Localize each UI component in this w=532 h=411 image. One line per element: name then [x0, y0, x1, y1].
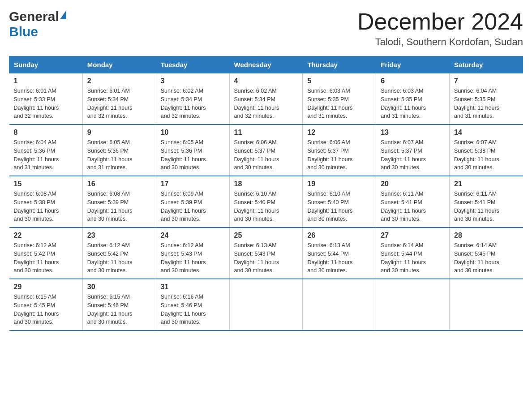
- day-cell: 18 Sunrise: 6:10 AMSunset: 5:40 PMDaylig…: [229, 176, 303, 227]
- logo: General Blue: [9, 9, 66, 39]
- day-cell: 12 Sunrise: 6:06 AMSunset: 5:37 PMDaylig…: [303, 124, 376, 176]
- day-cell: 24 Sunrise: 6:12 AMSunset: 5:43 PMDaylig…: [156, 227, 229, 279]
- day-info: Sunrise: 6:11 AMSunset: 5:41 PMDaylight:…: [381, 191, 426, 222]
- day-info: Sunrise: 6:14 AMSunset: 5:45 PMDaylight:…: [454, 242, 499, 274]
- day-info: Sunrise: 6:13 AMSunset: 5:44 PMDaylight:…: [307, 242, 352, 274]
- day-cell: 15 Sunrise: 6:08 AMSunset: 5:38 PMDaylig…: [9, 176, 83, 227]
- day-number: 25: [234, 231, 298, 240]
- day-cell: 11 Sunrise: 6:06 AMSunset: 5:37 PMDaylig…: [229, 124, 303, 176]
- day-cell: 30 Sunrise: 6:15 AMSunset: 5:46 PMDaylig…: [82, 279, 156, 330]
- day-info: Sunrise: 6:08 AMSunset: 5:38 PMDaylight:…: [14, 191, 59, 222]
- day-info: Sunrise: 6:15 AMSunset: 5:45 PMDaylight:…: [14, 294, 59, 325]
- title-block: December 2024 Talodi, Southern Kordofan,…: [357, 9, 523, 48]
- day-number: 28: [454, 231, 518, 240]
- day-number: 19: [307, 180, 371, 188]
- logo-arrow-icon: [60, 10, 66, 19]
- day-info: Sunrise: 6:01 AMSunset: 5:34 PMDaylight:…: [87, 88, 133, 119]
- day-info: Sunrise: 6:05 AMSunset: 5:36 PMDaylight:…: [161, 139, 206, 171]
- day-info: Sunrise: 6:05 AMSunset: 5:36 PMDaylight:…: [87, 139, 133, 171]
- day-info: Sunrise: 6:11 AMSunset: 5:41 PMDaylight:…: [454, 191, 499, 222]
- day-number: 1: [14, 77, 78, 85]
- day-number: 2: [87, 77, 151, 85]
- day-info: Sunrise: 6:03 AMSunset: 5:35 PMDaylight:…: [381, 88, 426, 119]
- weekday-header-row: SundayMondayTuesdayWednesdayThursdayFrid…: [9, 56, 523, 73]
- day-cell: 17 Sunrise: 6:09 AMSunset: 5:39 PMDaylig…: [156, 176, 229, 227]
- day-cell: 26 Sunrise: 6:13 AMSunset: 5:44 PMDaylig…: [303, 227, 376, 279]
- day-cell: 2 Sunrise: 6:01 AMSunset: 5:34 PMDayligh…: [82, 73, 156, 125]
- day-number: 26: [307, 231, 371, 240]
- day-info: Sunrise: 6:14 AMSunset: 5:44 PMDaylight:…: [381, 242, 426, 274]
- week-row-2: 8 Sunrise: 6:04 AMSunset: 5:36 PMDayligh…: [9, 124, 523, 176]
- day-info: Sunrise: 6:13 AMSunset: 5:43 PMDaylight:…: [234, 242, 279, 274]
- day-cell: 8 Sunrise: 6:04 AMSunset: 5:36 PMDayligh…: [9, 124, 83, 176]
- day-cell: 5 Sunrise: 6:03 AMSunset: 5:35 PMDayligh…: [303, 73, 376, 125]
- day-info: Sunrise: 6:08 AMSunset: 5:39 PMDaylight:…: [87, 191, 133, 222]
- weekday-header-friday: Friday: [376, 56, 450, 73]
- day-number: 20: [381, 180, 445, 188]
- week-row-1: 1 Sunrise: 6:01 AMSunset: 5:33 PMDayligh…: [9, 73, 523, 125]
- day-cell: 3 Sunrise: 6:02 AMSunset: 5:34 PMDayligh…: [156, 73, 229, 125]
- day-cell: 14 Sunrise: 6:07 AMSunset: 5:38 PMDaylig…: [450, 124, 523, 176]
- day-number: 8: [14, 128, 78, 137]
- day-number: 31: [161, 283, 225, 291]
- day-cell: 28 Sunrise: 6:14 AMSunset: 5:45 PMDaylig…: [450, 227, 523, 279]
- day-number: 6: [381, 77, 445, 85]
- day-number: 24: [161, 231, 225, 240]
- day-number: 21: [454, 180, 518, 188]
- day-number: 13: [381, 128, 445, 137]
- weekday-header-thursday: Thursday: [303, 56, 376, 73]
- day-info: Sunrise: 6:06 AMSunset: 5:37 PMDaylight:…: [234, 139, 279, 171]
- day-info: Sunrise: 6:07 AMSunset: 5:37 PMDaylight:…: [381, 139, 426, 171]
- day-cell: 4 Sunrise: 6:02 AMSunset: 5:34 PMDayligh…: [229, 73, 303, 125]
- day-cell: 23 Sunrise: 6:12 AMSunset: 5:42 PMDaylig…: [82, 227, 156, 279]
- day-number: 11: [234, 128, 298, 137]
- logo-general-text: General: [9, 9, 59, 24]
- day-cell: [303, 279, 376, 330]
- day-cell: 9 Sunrise: 6:05 AMSunset: 5:36 PMDayligh…: [82, 124, 156, 176]
- day-cell: 29 Sunrise: 6:15 AMSunset: 5:45 PMDaylig…: [9, 279, 83, 330]
- day-number: 4: [234, 77, 298, 85]
- day-cell: 31 Sunrise: 6:16 AMSunset: 5:46 PMDaylig…: [156, 279, 229, 330]
- day-number: 7: [454, 77, 518, 85]
- day-info: Sunrise: 6:15 AMSunset: 5:46 PMDaylight:…: [87, 294, 133, 325]
- day-info: Sunrise: 6:04 AMSunset: 5:36 PMDaylight:…: [14, 139, 59, 171]
- day-number: 16: [87, 180, 151, 188]
- day-number: 29: [14, 283, 78, 291]
- week-row-5: 29 Sunrise: 6:15 AMSunset: 5:45 PMDaylig…: [9, 279, 523, 330]
- page-header: General Blue December 2024 Talodi, South…: [9, 9, 523, 48]
- day-number: 15: [14, 180, 78, 188]
- day-info: Sunrise: 6:06 AMSunset: 5:37 PMDaylight:…: [307, 139, 352, 171]
- day-cell: [376, 279, 450, 330]
- day-info: Sunrise: 6:04 AMSunset: 5:35 PMDaylight:…: [454, 88, 499, 119]
- day-cell: 25 Sunrise: 6:13 AMSunset: 5:43 PMDaylig…: [229, 227, 303, 279]
- week-row-4: 22 Sunrise: 6:12 AMSunset: 5:42 PMDaylig…: [9, 227, 523, 279]
- day-cell: [229, 279, 303, 330]
- day-cell: 22 Sunrise: 6:12 AMSunset: 5:42 PMDaylig…: [9, 227, 83, 279]
- page-subtitle: Talodi, Southern Kordofan, Sudan: [357, 36, 523, 48]
- day-number: 18: [234, 180, 298, 188]
- day-info: Sunrise: 6:01 AMSunset: 5:33 PMDaylight:…: [14, 88, 59, 119]
- day-number: 27: [381, 231, 445, 240]
- day-cell: 7 Sunrise: 6:04 AMSunset: 5:35 PMDayligh…: [450, 73, 523, 125]
- day-info: Sunrise: 6:10 AMSunset: 5:40 PMDaylight:…: [234, 191, 279, 222]
- page-title: December 2024: [357, 9, 523, 34]
- weekday-header-wednesday: Wednesday: [229, 56, 303, 73]
- day-number: 3: [161, 77, 225, 85]
- day-number: 30: [87, 283, 151, 291]
- day-number: 5: [307, 77, 371, 85]
- day-cell: 27 Sunrise: 6:14 AMSunset: 5:44 PMDaylig…: [376, 227, 450, 279]
- day-info: Sunrise: 6:09 AMSunset: 5:39 PMDaylight:…: [161, 191, 206, 222]
- day-cell: 6 Sunrise: 6:03 AMSunset: 5:35 PMDayligh…: [376, 73, 450, 125]
- day-number: 17: [161, 180, 225, 188]
- day-cell: 16 Sunrise: 6:08 AMSunset: 5:39 PMDaylig…: [82, 176, 156, 227]
- day-number: 14: [454, 128, 518, 137]
- day-info: Sunrise: 6:02 AMSunset: 5:34 PMDaylight:…: [234, 88, 279, 119]
- day-number: 9: [87, 128, 151, 137]
- day-info: Sunrise: 6:03 AMSunset: 5:35 PMDaylight:…: [307, 88, 352, 119]
- day-cell: 19 Sunrise: 6:10 AMSunset: 5:40 PMDaylig…: [303, 176, 376, 227]
- day-info: Sunrise: 6:12 AMSunset: 5:42 PMDaylight:…: [87, 242, 133, 274]
- day-cell: 13 Sunrise: 6:07 AMSunset: 5:37 PMDaylig…: [376, 124, 450, 176]
- calendar-table: SundayMondayTuesdayWednesdayThursdayFrid…: [9, 56, 523, 331]
- weekday-header-monday: Monday: [82, 56, 156, 73]
- day-cell: 20 Sunrise: 6:11 AMSunset: 5:41 PMDaylig…: [376, 176, 450, 227]
